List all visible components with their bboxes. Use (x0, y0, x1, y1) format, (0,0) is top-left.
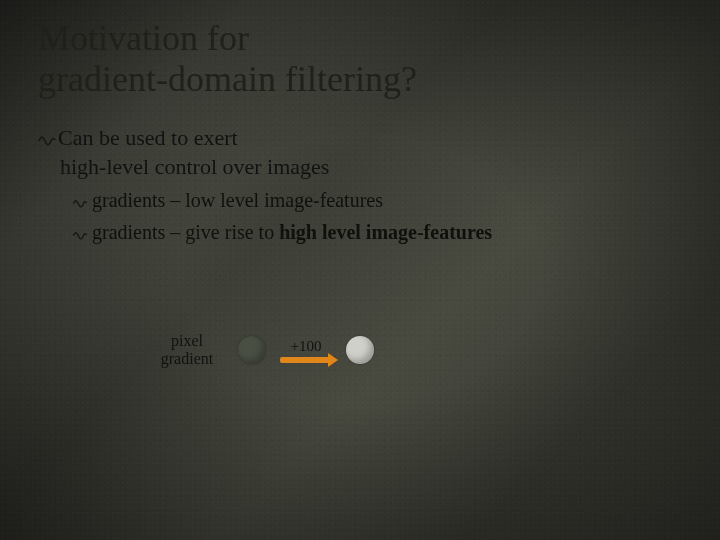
diagram-label-line1: pixel (171, 332, 203, 349)
squiggle-icon (72, 186, 92, 214)
squiggle-icon (38, 125, 58, 152)
sub-bullet-2-strong: high level image-features (279, 221, 492, 243)
title-line-1: Motivation for (38, 18, 249, 58)
squiggle-icon (72, 218, 92, 246)
diagram-label: pixel gradient (150, 332, 224, 369)
title-line-2: gradient-domain filtering? (38, 59, 417, 99)
arrow-icon (280, 357, 332, 363)
sub-bullet-2: gradients – give rise to high level imag… (72, 218, 682, 246)
gradient-arrow: +100 (280, 338, 332, 363)
slide-title: Motivation for gradient-domain filtering… (38, 18, 558, 101)
sub-bullet-1: gradients – low level image-features (72, 186, 682, 214)
sub-bullet-1-text: gradients – low level image-features (92, 189, 383, 211)
bullet-1-line2: high-level control over images (60, 152, 682, 182)
pixel-dark-circle (238, 336, 266, 364)
diagram-label-line2: gradient (161, 350, 213, 367)
bullet-1-line1: Can be used to exert (58, 125, 238, 150)
pixel-gradient-diagram: pixel gradient +100 (150, 332, 374, 369)
pixel-light-circle (346, 336, 374, 364)
bullet-1: Can be used to exert high-level control … (38, 123, 682, 182)
sub-bullet-2-pre: gradients – give rise to (92, 221, 279, 243)
arrow-value: +100 (291, 338, 322, 355)
slide: Motivation for gradient-domain filtering… (0, 0, 720, 540)
